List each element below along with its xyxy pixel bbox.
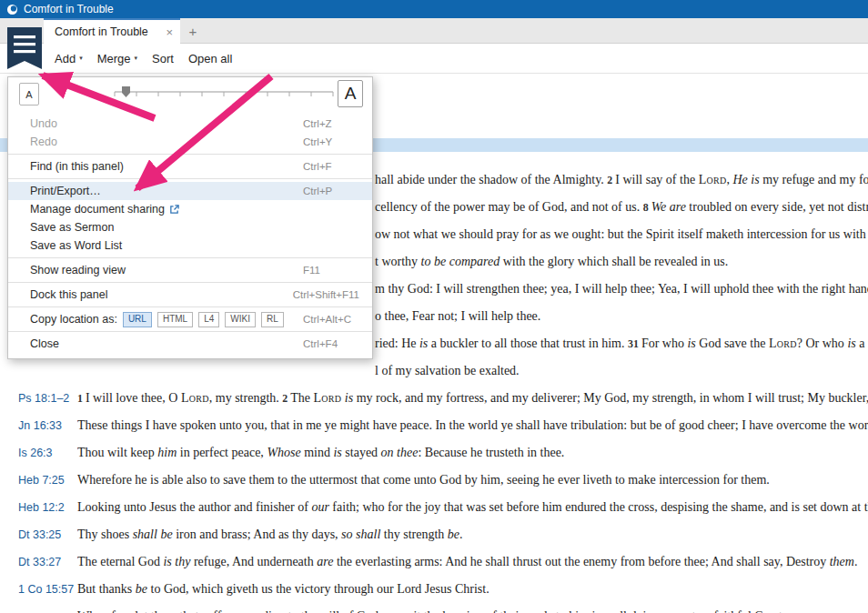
passage-reference[interactable]: Is 26:3 xyxy=(0,447,77,459)
verse-text: . xyxy=(854,555,858,568)
add-button-label: Add xyxy=(55,52,76,65)
passage-reference[interactable]: 1 Co 15:57 xyxy=(0,583,77,596)
passage-reference[interactable]: Dt 33:27 xyxy=(0,556,77,568)
verse-text: is xyxy=(345,391,353,405)
passage-row[interactable]: l of my salvation be exalted. xyxy=(0,357,868,385)
passage-row[interactable]: Heb 12:2Looking unto Jesus the author an… xyxy=(0,494,868,521)
passage-row[interactable]: Jn 16:33These things I have spoken unto … xyxy=(0,412,868,439)
menu-item-copy-location-as[interactable]: Copy location as:URLHTMLL4WIKIRLCtrl+Alt… xyxy=(8,310,372,328)
passage-text: The eternal God is thy refuge, And under… xyxy=(77,555,868,569)
verse-text: to be compared xyxy=(421,255,500,268)
verse-number: 31 xyxy=(628,337,641,350)
menu-separator xyxy=(8,306,372,307)
font-size-slider-thumb[interactable] xyxy=(122,86,130,97)
menu-item-shortcut: Ctrl+P xyxy=(303,186,359,196)
verse-text: cellency of the power may be of God, and… xyxy=(375,200,643,214)
verse-text: Wherefore he is able also to save them t… xyxy=(77,473,770,487)
copy-location-badge-wiki[interactable]: WIKI xyxy=(225,312,256,327)
verse-text: I will love thee, O xyxy=(86,391,181,405)
passage-reference[interactable]: Heb 12:2 xyxy=(0,501,77,514)
menu-item-dock-this-panel[interactable]: Dock this panelCtrl+Shift+F11 xyxy=(8,286,372,304)
menu-item-save-as-word-list[interactable]: Save as Word List xyxy=(8,236,372,255)
verse-text: is xyxy=(687,337,695,350)
verse-text: him xyxy=(157,446,177,459)
verse-text: ? Or who xyxy=(797,337,848,350)
passage-row[interactable]: Wherefore let them that suffer according… xyxy=(0,603,868,613)
increase-font-button[interactable]: A xyxy=(338,80,363,107)
menu-item-print-export[interactable]: Print/Export…Ctrl+P xyxy=(8,182,372,200)
menu-item-manage-document-sharing[interactable]: Manage document sharing xyxy=(8,200,372,218)
verse-text: mind xyxy=(301,446,334,459)
copy-location-badge-url[interactable]: URL xyxy=(123,312,152,327)
menu-item-shortcut: Ctrl+Z xyxy=(303,118,359,129)
passage-text: l of my salvation be exalted. xyxy=(0,364,868,378)
menu-item-find-in-this-panel[interactable]: Find (in this panel)Ctrl+F xyxy=(8,157,372,176)
verse-text: a buckler to all those that trust in him… xyxy=(428,337,628,350)
passage-reference[interactable]: Ps 18:1–2 xyxy=(0,392,77,405)
verse-text: are xyxy=(317,555,333,568)
passage-reference[interactable]: Dt 33:25 xyxy=(0,528,77,541)
new-tab-button[interactable]: + xyxy=(182,18,204,44)
copy-location-badge-l4[interactable]: L4 xyxy=(198,312,219,327)
panel-menu-icon[interactable] xyxy=(7,27,42,69)
passage-row[interactable]: Dt 33:27The eternal God is thy refuge, A… xyxy=(0,548,868,576)
passage-text: These things I have spoken unto you, tha… xyxy=(77,418,868,433)
verse-text: with the glory which shall be revealed i… xyxy=(500,255,728,268)
menu-item-label: Copy location as: xyxy=(30,313,117,326)
verse-text: so shall xyxy=(341,528,380,541)
passage-row[interactable]: Dt 33:25Thy shoes shall be iron and bras… xyxy=(0,521,868,548)
passage-row[interactable]: Heb 7:25Wherefore he is able also to sav… xyxy=(0,467,868,494)
add-button[interactable]: Add ▾ xyxy=(55,52,83,65)
menu-item-shortcut: Ctrl+Alt+C xyxy=(303,314,359,325)
verse-text: ried: He xyxy=(375,337,419,350)
tab-comfort-in-trouble[interactable]: Comfort in Trouble × xyxy=(44,18,180,44)
chevron-down-icon: ▾ xyxy=(79,55,83,62)
passage-row[interactable]: Is 26:3Thou wilt keep him in perfect pea… xyxy=(0,439,868,467)
passage-text: Wherefore let them that suffer according… xyxy=(77,609,868,613)
menu-item-label: Redo xyxy=(30,136,57,148)
merge-button[interactable]: Merge ▾ xyxy=(97,52,137,65)
copy-location-badge-rl[interactable]: RL xyxy=(261,312,284,327)
menu-item-label: Save as Sermon xyxy=(30,221,114,234)
sort-button[interactable]: Sort xyxy=(152,52,174,65)
verse-text: The eternal God xyxy=(77,555,163,568)
menu-item-undo: UndoCtrl+Z xyxy=(8,115,372,133)
verse-text: l of my salvation be exalted. xyxy=(375,364,520,377)
decrease-font-button[interactable]: A xyxy=(19,83,39,106)
passage-row[interactable]: Ps 18:1–21 I will love thee, O Lord, my … xyxy=(0,385,868,412)
verse-text: God save the xyxy=(696,337,769,350)
menu-item-label: Dock this panel xyxy=(30,288,107,301)
verse-text: Thou wilt keep xyxy=(77,446,157,459)
font-size-row: A A xyxy=(8,77,372,110)
open-all-button[interactable]: Open all xyxy=(188,52,232,65)
passage-row[interactable]: 1 Co 15:57But thanks be to God, which gi… xyxy=(0,576,868,603)
menu-item-shortcut: Ctrl+Y xyxy=(303,136,359,147)
verse-text: be xyxy=(448,528,459,541)
verse-text: is xyxy=(419,337,428,350)
passage-reference[interactable]: Jn 16:33 xyxy=(0,419,77,432)
tab-strip: Comfort in Trouble × + xyxy=(0,18,868,44)
font-size-slider[interactable] xyxy=(104,77,338,110)
divine-name: Lord xyxy=(769,337,797,350)
verse-text: is xyxy=(847,337,855,350)
menu-separator xyxy=(8,331,372,332)
menu-item-label: Find (in this panel) xyxy=(30,160,124,173)
verse-text: our xyxy=(311,500,328,514)
copy-location-badge-html[interactable]: HTML xyxy=(157,312,193,327)
verse-text: to God, which giveth us the victory thro… xyxy=(147,582,490,596)
passage-text: Looking unto Jesus the author and finish… xyxy=(77,500,868,515)
menu-item-close[interactable]: CloseCtrl+F4 xyxy=(8,335,372,353)
tab-close-icon[interactable]: × xyxy=(166,25,173,39)
verse-text: , xyxy=(727,173,733,186)
verse-text: is thy xyxy=(163,555,190,568)
verse-text: faith; who for the joy that was set befo… xyxy=(329,500,868,514)
verse-text: the everlasting arms: And he shall thrus… xyxy=(333,555,829,568)
verse-text: shall be xyxy=(133,528,173,541)
open-all-button-label: Open all xyxy=(188,52,232,65)
external-link-icon xyxy=(169,205,179,215)
document-toolbar: Add ▾ Merge ▾ Sort Open all xyxy=(0,44,868,74)
menu-item-show-reading-view[interactable]: Show reading viewF11 xyxy=(8,261,372,279)
passage-reference[interactable]: Heb 7:25 xyxy=(0,474,77,487)
menu-item-save-as-sermon[interactable]: Save as Sermon xyxy=(8,218,372,236)
menu-item-label: Show reading view xyxy=(30,264,126,276)
